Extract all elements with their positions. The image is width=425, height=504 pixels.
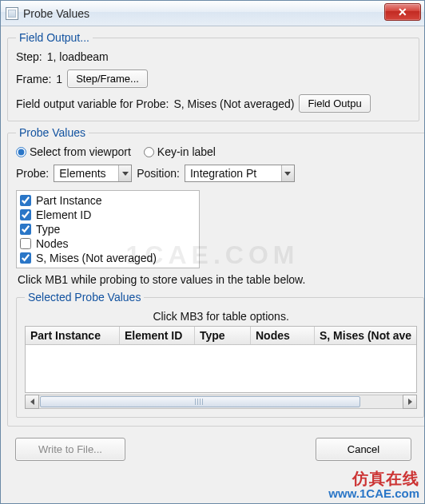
- col-check-element-id[interactable]: Element ID: [20, 208, 196, 222]
- variable-label: Field output variable for Probe:: [16, 97, 169, 110]
- col-check-smises[interactable]: S, Mises (Not averaged): [20, 251, 196, 265]
- radio-select-viewport[interactable]: Select from viewport: [16, 145, 131, 158]
- col-check-label: Element ID: [36, 208, 91, 221]
- probe-hint: Click MB1 while probing to store values …: [18, 273, 424, 286]
- radio-select-viewport-label: Select from viewport: [30, 145, 131, 158]
- col-check-smises-input[interactable]: [20, 252, 31, 264]
- position-select-value: Integration Pt: [185, 165, 281, 181]
- col-header-nodes[interactable]: Nodes: [251, 327, 315, 344]
- results-table-header: Part Instance Element ID Type Nodes S, M…: [26, 327, 416, 345]
- horizontal-scrollbar[interactable]: [25, 395, 417, 409]
- selected-probe-group: Selected Probe Values Click MB3 for tabl…: [16, 291, 424, 418]
- titlebar: Probe Values ✕: [1, 1, 424, 26]
- radio-keyin-label-wrap[interactable]: Key-in label: [144, 145, 216, 158]
- selected-probe-legend: Selected Probe Values: [25, 291, 144, 304]
- col-check-label: Part Instance: [36, 194, 102, 207]
- col-check-nodes[interactable]: Nodes: [20, 236, 196, 251]
- write-to-file-button[interactable]: Write to File...: [15, 438, 125, 461]
- step-value: 1, loadbeam: [47, 50, 109, 63]
- close-button[interactable]: ✕: [384, 3, 421, 21]
- col-check-label: Type: [36, 223, 60, 236]
- probe-label: Probe:: [16, 167, 49, 180]
- step-label: Step:: [16, 50, 42, 63]
- radio-select-viewport-input[interactable]: [16, 147, 26, 157]
- scroll-thumb[interactable]: [40, 396, 360, 407]
- probe-select[interactable]: Elements: [54, 165, 132, 182]
- probe-select-value: Elements: [54, 165, 118, 181]
- probe-values-group: Probe Values Select from viewport Key-in…: [7, 126, 424, 427]
- scroll-left-button[interactable]: [25, 395, 39, 409]
- col-check-label: S, Mises (Not averaged): [36, 252, 157, 264]
- window-title: Probe Values: [23, 7, 384, 20]
- scroll-right-button[interactable]: [403, 395, 417, 409]
- field-output-group: Field Output... Step: 1, loadbeam Frame:…: [7, 31, 419, 121]
- step-frame-button[interactable]: Step/Frame...: [67, 69, 148, 88]
- col-header-element-id[interactable]: Element ID: [120, 327, 195, 344]
- dialog-footer: Write to File... Cancel: [7, 431, 419, 461]
- col-header-type[interactable]: Type: [195, 327, 251, 344]
- col-check-part-instance[interactable]: Part Instance: [20, 193, 196, 208]
- columns-checklist: Part Instance Element ID Type Nodes S, M…: [16, 190, 200, 268]
- app-icon: [6, 7, 18, 20]
- field-output-legend: Field Output...: [16, 31, 93, 44]
- chevron-down-icon: [281, 165, 294, 181]
- col-check-part-instance-input[interactable]: [20, 195, 31, 206]
- position-select[interactable]: Integration Pt: [185, 165, 295, 182]
- close-icon: ✕: [398, 6, 407, 18]
- cancel-button[interactable]: Cancel: [316, 438, 411, 461]
- radio-keyin-input[interactable]: [144, 147, 154, 157]
- position-label: Position:: [137, 167, 180, 180]
- col-check-label: Nodes: [36, 237, 68, 250]
- triangle-right-icon: [408, 399, 412, 405]
- variable-value: S, Mises (Not averaged): [173, 97, 294, 110]
- col-check-type-input[interactable]: [20, 224, 31, 235]
- table-hint: Click MB3 for table options.: [25, 310, 417, 323]
- chevron-down-icon: [118, 165, 131, 181]
- frame-label: Frame:: [16, 73, 51, 85]
- col-check-type[interactable]: Type: [20, 222, 196, 236]
- triangle-left-icon: [30, 399, 34, 405]
- col-header-part-instance[interactable]: Part Instance: [26, 327, 120, 344]
- scroll-track[interactable]: [39, 395, 403, 409]
- probe-values-legend: Probe Values: [16, 126, 89, 139]
- radio-keyin-label: Key-in label: [157, 145, 216, 158]
- col-header-smises[interactable]: S, Mises (Not ave: [315, 327, 416, 344]
- frame-value: 1: [56, 73, 62, 85]
- field-output-button[interactable]: Field Outpu: [299, 94, 370, 113]
- col-check-nodes-input[interactable]: [20, 238, 31, 249]
- col-check-element-id-input[interactable]: [20, 209, 31, 220]
- results-table[interactable]: Part Instance Element ID Type Nodes S, M…: [25, 326, 417, 393]
